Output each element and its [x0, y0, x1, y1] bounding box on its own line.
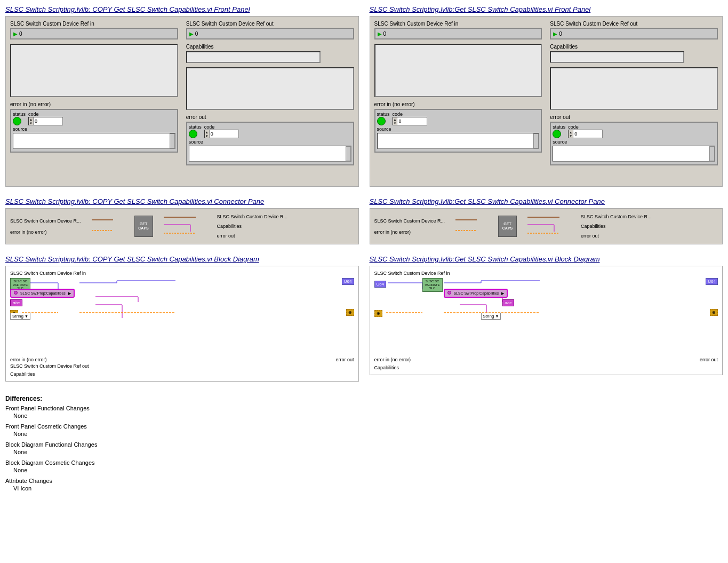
left-fp-code-ctrl[interactable]: ▲ ▼ 0: [28, 117, 63, 125]
left-fp-outsource-wrapper: source: [189, 139, 351, 162]
right-fp-refin-value: 0: [383, 31, 387, 37]
left-fp-refout-arrow: ▶: [189, 31, 194, 37]
left-bd-slscsc-line1: SLSC SC: [12, 280, 29, 283]
left-connector-title[interactable]: SLSC Switch Scripting.lvlib: COPY Get SL…: [5, 197, 359, 205]
right-fp-errorout-cluster: status code ▲ ▼: [550, 122, 718, 165]
right-fp-source-box: [377, 133, 540, 149]
left-bd-cap-bottom: Capabilities: [10, 371, 354, 377]
right-fp-code-down[interactable]: ▼: [393, 121, 397, 125]
right-fp-outsource-scrollbar[interactable]: [709, 146, 715, 161]
left-fp-source-box: [13, 133, 175, 149]
left-bd-string-label: String: [12, 314, 23, 319]
left-fp-source-wrapper: source: [13, 126, 175, 149]
left-bd-errorout-terminal: ⊕: [346, 309, 354, 316]
left-fp-errorin-row1: status code ▲ ▼: [13, 112, 175, 125]
right-fp-outcode-down[interactable]: ▼: [569, 134, 573, 138]
right-fp-code-col: code ▲ ▼ 0: [393, 112, 427, 125]
left-conn-icon-text2: CAPS: [138, 226, 148, 231]
left-front-panel-title[interactable]: SLSC Switch Scripting.lvlib: COPY Get SL…: [5, 5, 359, 13]
right-bd-title[interactable]: SLSC Switch Scripting.lvlib:Get SLSC Swi…: [370, 255, 723, 263]
right-connector-section: SLSC Switch Scripting.lvlib:Get SLSC Swi…: [370, 197, 723, 244]
right-fp-code-up[interactable]: ▲: [393, 117, 397, 121]
bd-functional-label: Block Diagram Functional Changes: [5, 441, 723, 448]
right-fp-outsource-box: [553, 146, 715, 162]
left-fp-code-col: code ▲ ▼ 0: [28, 112, 63, 125]
left-fp-outcode-up[interactable]: ▲: [205, 130, 209, 134]
left-bd-errorin-bottom: error in (no error): [10, 357, 47, 362]
right-bd-prop-label: SLSC Sw:Prop:Capabilities: [453, 291, 499, 295]
left-fp-outsource-label: source: [189, 139, 351, 145]
left-fp-outcode-down[interactable]: ▼: [205, 134, 209, 138]
left-fp-outsource-row: source: [189, 139, 351, 162]
right-fp-errorin-cluster: status code ▲ ▼: [374, 109, 542, 153]
left-fp-refin-value: 0: [19, 31, 22, 37]
left-front-panel-vi: SLSC Switch Custom Device Ref in ▶ 0 err…: [5, 16, 359, 187]
right-fp-errorout-row1: status code ▲ ▼: [553, 124, 715, 138]
left-bd-prop-label: SLSC Sw:Prop:Capabilities: [20, 291, 66, 295]
right-fp-outcode-value: 0: [573, 131, 602, 137]
block-diagrams-row: SLSC Switch Scripting.lvlib: COPY Get SL…: [5, 255, 723, 382]
left-fp-outcode-arrows[interactable]: ▲ ▼: [205, 130, 210, 138]
left-fp-outsource-scrollbar[interactable]: [346, 146, 351, 161]
left-bd-string-dropdown[interactable]: String ▼: [10, 313, 30, 320]
right-fp-cap-label: Capabilities: [550, 44, 718, 50]
right-bd-canvas: U64 ⊕: [374, 278, 718, 355]
right-conn-refout-label: SLSC Switch Custom Device R...: [581, 214, 652, 219]
left-fp-outcode-col: code ▲ ▼ 0: [204, 124, 239, 138]
left-conn-refin-label: SLSC Switch Custom Device R...: [10, 218, 81, 224]
right-front-panel-title[interactable]: SLSC Switch Scripting.lvlib:Get SLSC Swi…: [370, 5, 723, 13]
right-bd-refin-label: SLSC Switch Custom Device Ref in: [374, 271, 718, 276]
left-fp-errorout-cluster: status code ▲ ▼: [186, 122, 354, 165]
right-fp-outcode-arrows[interactable]: ▲ ▼: [569, 130, 573, 138]
right-fp-outcode-label: code: [568, 124, 603, 130]
left-fp-source-scrollbar[interactable]: [170, 133, 175, 148]
left-bd-section: SLSC Switch Scripting.lvlib: COPY Get SL…: [5, 255, 359, 382]
right-bd-bottom-labels: error in (no error) error out: [374, 357, 718, 362]
right-conn-wires-left: [455, 216, 487, 237]
left-fp-refout-box: ▶ 0: [186, 28, 354, 39]
right-bd-cap-bottom: Capabilities: [374, 365, 718, 370]
right-bd-slscsc-line1: SLSC SC: [424, 280, 441, 283]
left-fp-code-arrows[interactable]: ▲ ▼: [29, 117, 34, 125]
left-bd-abc-node: abc: [10, 299, 22, 306]
left-fp-outcode-label: code: [204, 124, 239, 130]
left-conn-icon: GET CAPS: [134, 216, 153, 237]
left-fp-code-up[interactable]: ▲: [29, 117, 33, 121]
right-fp-col2: SLSC Switch Custom Device Ref out ▶ 0 Ca…: [550, 21, 718, 165]
right-bd-panel: SLSC Switch Custom Device Ref in U64 ⊕: [370, 266, 723, 375]
right-bd-string-dropdown[interactable]: String ▼: [481, 313, 501, 320]
right-fp-source-scrollbar[interactable]: [533, 133, 539, 148]
main-container: SLSC Switch Scripting.lvlib: COPY Get SL…: [0, 0, 728, 504]
left-connector-section: SLSC Switch Scripting.lvlib: COPY Get SL…: [5, 197, 359, 244]
differences-section: Differences: Front Panel Functional Chan…: [5, 392, 723, 498]
right-front-panel-section: SLSC Switch Scripting.lvlib:Get SLSC Swi…: [370, 5, 723, 187]
left-bd-panel: SLSC Switch Custom Device Ref in U64 ⊕: [5, 266, 359, 382]
right-fp-code-arrows[interactable]: ▲ ▼: [393, 117, 398, 125]
right-fp-outcode-ctrl[interactable]: ▲ ▼ 0: [568, 130, 603, 138]
right-fp-outcode-up[interactable]: ▲: [569, 130, 573, 134]
differences-title: Differences:: [5, 395, 723, 402]
right-connector-title[interactable]: SLSC Switch Scripting.lvlib:Get SLSC Swi…: [370, 197, 723, 205]
left-conn-cap-label: Capabilities: [217, 224, 288, 229]
left-conn-wires-right: [164, 213, 206, 240]
left-bd-slscsc-line2: VALIDATE: [12, 283, 29, 287]
right-fp-outstatus-col: status: [553, 124, 565, 138]
right-fp-errorin-row1: status code ▲ ▼: [377, 112, 540, 125]
right-bd-section: SLSC Switch Scripting.lvlib:Get SLSC Swi…: [370, 255, 723, 382]
left-fp-outsource-box: [189, 146, 351, 162]
right-fp-errorout-label: error out: [550, 114, 718, 120]
right-fp-refin-arrow: ▶: [378, 31, 382, 37]
right-fp-refout-box: ▶ 0: [550, 28, 718, 39]
right-conn-svg-left: [455, 216, 487, 237]
right-conn-cap-label: Capabilities: [581, 224, 652, 229]
right-fp-code-label: code: [393, 112, 427, 117]
front-panels-row: SLSC Switch Scripting.lvlib: COPY Get SL…: [5, 5, 723, 187]
right-conn-icon: GET CAPS: [498, 216, 517, 237]
right-bd-string-label: String: [483, 314, 494, 319]
left-fp-errorin-label: error in (no error): [10, 101, 178, 107]
left-fp-code-down[interactable]: ▼: [29, 121, 33, 125]
left-fp-outcode-ctrl[interactable]: ▲ ▼ 0: [204, 130, 239, 138]
right-fp-refin-label: SLSC Switch Custom Device Ref in: [374, 21, 542, 27]
right-fp-code-ctrl[interactable]: ▲ ▼ 0: [393, 117, 427, 125]
left-bd-title[interactable]: SLSC Switch Scripting.lvlib: COPY Get SL…: [5, 255, 359, 263]
